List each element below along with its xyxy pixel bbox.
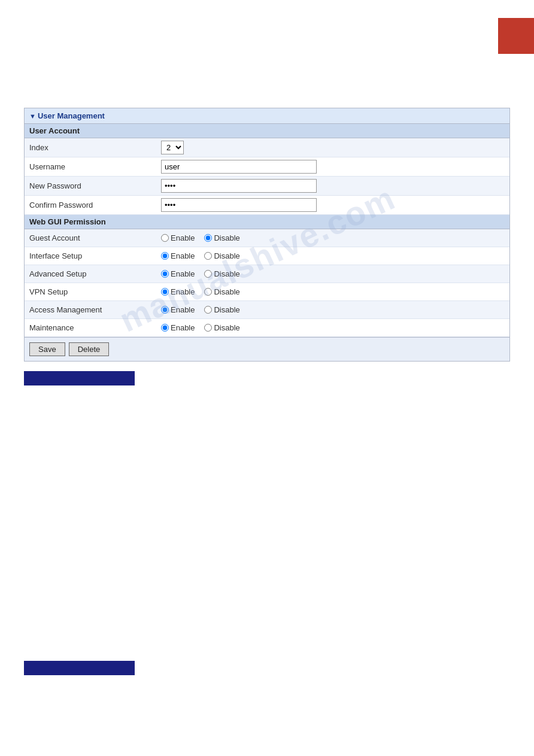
panel-header: User Management bbox=[25, 108, 509, 124]
maintenance-enable-radio[interactable] bbox=[161, 324, 169, 332]
permission-label-interface_setup: Interface Setup bbox=[25, 249, 156, 263]
guest_account-disable-radio[interactable] bbox=[204, 234, 212, 242]
permission-row-vpn_setup: VPN Setup Enable Disable bbox=[25, 283, 509, 301]
permission-label-guest_account: Guest Account bbox=[25, 231, 156, 245]
blue-bar-1 bbox=[24, 371, 135, 385]
confirm-password-control bbox=[156, 196, 509, 214]
new-password-control bbox=[156, 177, 509, 195]
index-select[interactable]: 1 2 3 bbox=[161, 141, 184, 154]
interface_setup-disable-radio[interactable] bbox=[204, 252, 212, 260]
interface_setup-enable-radio[interactable] bbox=[161, 252, 169, 260]
button-row: Save Delete bbox=[25, 337, 509, 361]
vpn_setup-enable-radio[interactable] bbox=[161, 288, 169, 296]
access_management-enable-radio[interactable] bbox=[161, 306, 169, 314]
permission-label-advanced_setup: Advanced Setup bbox=[25, 267, 156, 281]
permission-control-advanced_setup: Enable Disable bbox=[156, 267, 509, 281]
permission-row-interface_setup: Interface Setup Enable Disable bbox=[25, 247, 509, 265]
permission-label-vpn_setup: VPN Setup bbox=[25, 285, 156, 299]
permission-control-vpn_setup: Enable Disable bbox=[156, 285, 509, 299]
username-row: Username bbox=[25, 157, 509, 177]
panel-title: User Management bbox=[38, 111, 105, 120]
index-control: 1 2 3 bbox=[156, 138, 509, 157]
permission-row-guest_account: Guest Account Enable Disable bbox=[25, 229, 509, 247]
blue-bar-2 bbox=[24, 661, 135, 675]
permission-row-maintenance: Maintenance Enable Disable bbox=[25, 319, 509, 337]
permission-rows: Guest Account Enable DisableInterface Se… bbox=[25, 229, 509, 337]
user-account-section-header: User Account bbox=[25, 124, 509, 138]
index-label: Index bbox=[25, 141, 156, 154]
username-input[interactable] bbox=[161, 160, 317, 174]
new-password-row: New Password bbox=[25, 177, 509, 196]
user-account-label: User Account bbox=[29, 126, 80, 135]
confirm-password-input[interactable] bbox=[161, 198, 317, 212]
permission-label-maintenance: Maintenance bbox=[25, 321, 156, 335]
vpn_setup-disable-radio[interactable] bbox=[204, 288, 212, 296]
permission-control-access_management: Enable Disable bbox=[156, 303, 509, 317]
permission-control-maintenance: Enable Disable bbox=[156, 321, 509, 335]
advanced_setup-disable-radio[interactable] bbox=[204, 270, 212, 278]
access_management-disable-radio[interactable] bbox=[204, 306, 212, 314]
permission-row-access_management: Access Management Enable Disable bbox=[25, 301, 509, 319]
index-row: Index 1 2 3 bbox=[25, 138, 509, 157]
new-password-label: New Password bbox=[25, 179, 156, 193]
confirm-password-label: Confirm Password bbox=[25, 198, 156, 212]
permission-control-interface_setup: Enable Disable bbox=[156, 249, 509, 263]
guest_account-enable-radio[interactable] bbox=[161, 234, 169, 242]
permission-label-access_management: Access Management bbox=[25, 303, 156, 317]
confirm-password-row: Confirm Password bbox=[25, 196, 509, 215]
save-button[interactable]: Save bbox=[29, 342, 65, 356]
web-gui-label: Web GUI Permission bbox=[29, 217, 106, 226]
red-corner-decoration bbox=[498, 18, 534, 54]
advanced_setup-enable-radio[interactable] bbox=[161, 270, 169, 278]
delete-button[interactable]: Delete bbox=[69, 342, 110, 356]
username-control bbox=[156, 157, 509, 176]
username-label: Username bbox=[25, 160, 156, 174]
maintenance-disable-radio[interactable] bbox=[204, 324, 212, 332]
permission-control-guest_account: Enable Disable bbox=[156, 231, 509, 245]
new-password-input[interactable] bbox=[161, 179, 317, 193]
web-gui-section-header: Web GUI Permission bbox=[25, 215, 509, 229]
permission-row-advanced_setup: Advanced Setup Enable Disable bbox=[25, 265, 509, 283]
user-management-panel: User Management User Account Index 1 2 3… bbox=[24, 108, 510, 362]
